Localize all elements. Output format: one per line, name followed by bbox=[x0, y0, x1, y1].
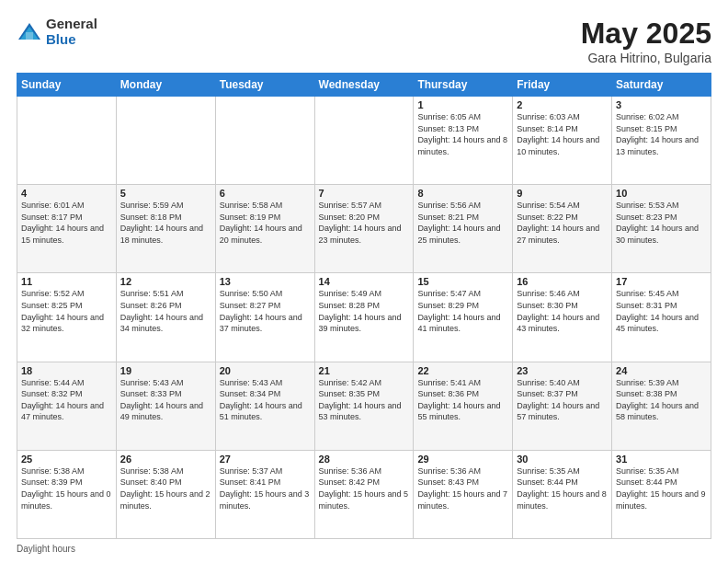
day-info: Sunrise: 5:42 AM Sunset: 8:35 PM Dayligh… bbox=[319, 377, 410, 423]
day-info: Sunrise: 6:03 AM Sunset: 8:14 PM Dayligh… bbox=[517, 111, 608, 157]
table-row: 9Sunrise: 5:54 AM Sunset: 8:22 PM Daylig… bbox=[513, 185, 612, 273]
daylight-hours-label: Daylight hours bbox=[17, 544, 75, 554]
day-info: Sunrise: 6:02 AM Sunset: 8:15 PM Dayligh… bbox=[616, 111, 707, 157]
day-number: 20 bbox=[220, 365, 311, 376]
weekday-header-row: Sunday Monday Tuesday Wednesday Thursday… bbox=[17, 74, 711, 97]
day-info: Sunrise: 5:57 AM Sunset: 8:20 PM Dayligh… bbox=[319, 200, 410, 246]
table-row: 24Sunrise: 5:39 AM Sunset: 8:38 PM Dayli… bbox=[612, 362, 711, 450]
day-number: 5 bbox=[120, 188, 211, 199]
day-number: 16 bbox=[517, 276, 608, 287]
day-info: Sunrise: 5:40 AM Sunset: 8:37 PM Dayligh… bbox=[517, 377, 608, 423]
day-number: 30 bbox=[517, 454, 608, 465]
day-number: 17 bbox=[616, 276, 707, 287]
day-info: Sunrise: 5:49 AM Sunset: 8:28 PM Dayligh… bbox=[319, 288, 410, 334]
title-month: May 2025 bbox=[581, 17, 711, 51]
table-row: 22Sunrise: 5:41 AM Sunset: 8:36 PM Dayli… bbox=[414, 362, 513, 450]
table-row: 31Sunrise: 5:35 AM Sunset: 8:44 PM Dayli… bbox=[612, 450, 711, 538]
week-row-3: 11Sunrise: 5:52 AM Sunset: 8:25 PM Dayli… bbox=[17, 273, 711, 362]
day-number: 25 bbox=[21, 454, 112, 465]
day-info: Sunrise: 5:56 AM Sunset: 8:21 PM Dayligh… bbox=[417, 200, 508, 246]
day-info: Sunrise: 5:47 AM Sunset: 8:29 PM Dayligh… bbox=[417, 288, 508, 334]
header-saturday: Saturday bbox=[612, 74, 711, 97]
header: General Blue May 2025 Gara Hitrino, Bulg… bbox=[17, 17, 711, 65]
day-number: 18 bbox=[21, 365, 112, 376]
svg-rect-2 bbox=[26, 32, 33, 40]
table-row: 3Sunrise: 6:02 AM Sunset: 8:15 PM Daylig… bbox=[612, 97, 711, 185]
table-row: 14Sunrise: 5:49 AM Sunset: 8:28 PM Dayli… bbox=[314, 273, 414, 362]
table-row: 28Sunrise: 5:36 AM Sunset: 8:42 PM Dayli… bbox=[314, 450, 414, 538]
page: General Blue May 2025 Gara Hitrino, Bulg… bbox=[0, 0, 728, 563]
table-row: 13Sunrise: 5:50 AM Sunset: 8:27 PM Dayli… bbox=[215, 273, 314, 362]
table-row: 11Sunrise: 5:52 AM Sunset: 8:25 PM Dayli… bbox=[17, 273, 117, 362]
day-number: 2 bbox=[517, 99, 608, 110]
day-info: Sunrise: 5:58 AM Sunset: 8:19 PM Dayligh… bbox=[220, 200, 311, 246]
day-number: 9 bbox=[517, 188, 608, 199]
table-row: 6Sunrise: 5:58 AM Sunset: 8:19 PM Daylig… bbox=[215, 185, 314, 273]
logo-general-label: General bbox=[46, 17, 97, 32]
day-info: Sunrise: 6:05 AM Sunset: 8:13 PM Dayligh… bbox=[417, 111, 508, 157]
table-row: 2Sunrise: 6:03 AM Sunset: 8:14 PM Daylig… bbox=[513, 97, 612, 185]
day-info: Sunrise: 5:50 AM Sunset: 8:27 PM Dayligh… bbox=[220, 288, 311, 334]
day-number: 3 bbox=[616, 99, 707, 110]
table-row: 25Sunrise: 5:38 AM Sunset: 8:39 PM Dayli… bbox=[17, 450, 117, 538]
day-number: 22 bbox=[417, 365, 508, 376]
day-number: 23 bbox=[517, 365, 608, 376]
table-row: 8Sunrise: 5:56 AM Sunset: 8:21 PM Daylig… bbox=[414, 185, 513, 273]
header-wednesday: Wednesday bbox=[314, 74, 414, 97]
day-number: 28 bbox=[319, 454, 410, 465]
day-number: 11 bbox=[21, 276, 112, 287]
logo: General Blue bbox=[17, 17, 97, 47]
day-info: Sunrise: 5:38 AM Sunset: 8:40 PM Dayligh… bbox=[120, 465, 211, 511]
day-number: 1 bbox=[417, 99, 508, 110]
day-info: Sunrise: 5:35 AM Sunset: 8:44 PM Dayligh… bbox=[616, 465, 707, 511]
table-row: 4Sunrise: 6:01 AM Sunset: 8:17 PM Daylig… bbox=[17, 185, 117, 273]
logo-text: General Blue bbox=[46, 17, 97, 47]
table-row: 18Sunrise: 5:44 AM Sunset: 8:32 PM Dayli… bbox=[17, 362, 117, 450]
day-info: Sunrise: 5:44 AM Sunset: 8:32 PM Dayligh… bbox=[21, 377, 112, 423]
day-info: Sunrise: 5:35 AM Sunset: 8:44 PM Dayligh… bbox=[517, 465, 608, 511]
header-sunday: Sunday bbox=[17, 74, 117, 97]
day-info: Sunrise: 5:39 AM Sunset: 8:38 PM Dayligh… bbox=[616, 377, 707, 423]
title-block: May 2025 Gara Hitrino, Bulgaria bbox=[581, 17, 711, 65]
table-row bbox=[314, 97, 414, 185]
day-info: Sunrise: 5:54 AM Sunset: 8:22 PM Dayligh… bbox=[517, 200, 608, 246]
table-row: 20Sunrise: 5:43 AM Sunset: 8:34 PM Dayli… bbox=[215, 362, 314, 450]
day-info: Sunrise: 5:52 AM Sunset: 8:25 PM Dayligh… bbox=[21, 288, 112, 334]
day-info: Sunrise: 5:46 AM Sunset: 8:30 PM Dayligh… bbox=[517, 288, 608, 334]
day-number: 7 bbox=[319, 188, 410, 199]
day-info: Sunrise: 5:36 AM Sunset: 8:43 PM Dayligh… bbox=[417, 465, 508, 511]
table-row: 15Sunrise: 5:47 AM Sunset: 8:29 PM Dayli… bbox=[414, 273, 513, 362]
day-info: Sunrise: 5:51 AM Sunset: 8:26 PM Dayligh… bbox=[120, 288, 211, 334]
table-row: 10Sunrise: 5:53 AM Sunset: 8:23 PM Dayli… bbox=[612, 185, 711, 273]
week-row-5: 25Sunrise: 5:38 AM Sunset: 8:39 PM Dayli… bbox=[17, 450, 711, 538]
table-row: 7Sunrise: 5:57 AM Sunset: 8:20 PM Daylig… bbox=[314, 185, 414, 273]
day-number: 27 bbox=[220, 454, 311, 465]
day-number: 14 bbox=[319, 276, 410, 287]
day-number: 4 bbox=[21, 188, 112, 199]
table-row bbox=[17, 97, 117, 185]
table-row: 17Sunrise: 5:45 AM Sunset: 8:31 PM Dayli… bbox=[612, 273, 711, 362]
logo-icon bbox=[17, 19, 42, 45]
day-number: 15 bbox=[417, 276, 508, 287]
day-number: 26 bbox=[120, 454, 211, 465]
day-number: 8 bbox=[417, 188, 508, 199]
header-friday: Friday bbox=[513, 74, 612, 97]
week-row-4: 18Sunrise: 5:44 AM Sunset: 8:32 PM Dayli… bbox=[17, 362, 711, 450]
day-info: Sunrise: 6:01 AM Sunset: 8:17 PM Dayligh… bbox=[21, 200, 112, 246]
header-thursday: Thursday bbox=[414, 74, 513, 97]
day-info: Sunrise: 5:53 AM Sunset: 8:23 PM Dayligh… bbox=[616, 200, 707, 246]
table-row: 5Sunrise: 5:59 AM Sunset: 8:18 PM Daylig… bbox=[116, 185, 215, 273]
table-row: 12Sunrise: 5:51 AM Sunset: 8:26 PM Dayli… bbox=[116, 273, 215, 362]
table-row: 26Sunrise: 5:38 AM Sunset: 8:40 PM Dayli… bbox=[116, 450, 215, 538]
week-row-2: 4Sunrise: 6:01 AM Sunset: 8:17 PM Daylig… bbox=[17, 185, 711, 273]
logo-blue-label: Blue bbox=[46, 32, 97, 48]
day-number: 21 bbox=[319, 365, 410, 376]
table-row: 19Sunrise: 5:43 AM Sunset: 8:33 PM Dayli… bbox=[116, 362, 215, 450]
header-tuesday: Tuesday bbox=[215, 74, 314, 97]
day-number: 12 bbox=[120, 276, 211, 287]
day-number: 31 bbox=[616, 454, 707, 465]
table-row: 16Sunrise: 5:46 AM Sunset: 8:30 PM Dayli… bbox=[513, 273, 612, 362]
day-number: 24 bbox=[616, 365, 707, 376]
table-row: 29Sunrise: 5:36 AM Sunset: 8:43 PM Dayli… bbox=[414, 450, 513, 538]
day-info: Sunrise: 5:41 AM Sunset: 8:36 PM Dayligh… bbox=[417, 377, 508, 423]
